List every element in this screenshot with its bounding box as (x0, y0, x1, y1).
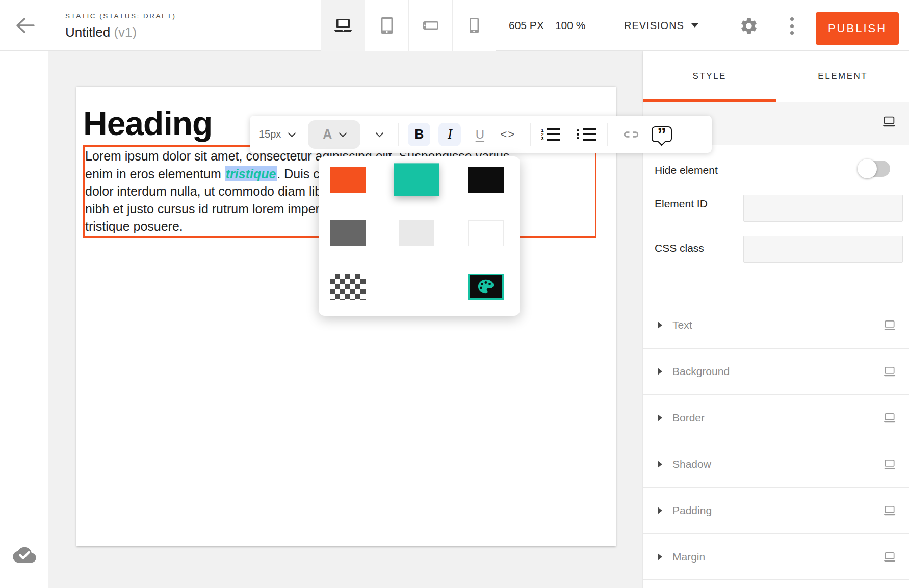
page-heading[interactable]: Heading (83, 102, 212, 145)
white-swatch[interactable] (468, 220, 504, 246)
laptop-icon (333, 18, 353, 33)
settings-button[interactable] (739, 16, 760, 37)
text-color-dropdown[interactable]: A (308, 120, 360, 149)
chevron-down-icon (288, 129, 296, 137)
panel-tabs: STYLE ELEMENT (643, 51, 909, 102)
kebab-icon (790, 17, 794, 21)
accordion-shadow[interactable]: Shadow (643, 441, 909, 487)
chevron-right-icon (658, 368, 662, 375)
underline-button[interactable]: U (472, 127, 487, 142)
accordion-padding[interactable]: Padding (643, 487, 909, 533)
caret-down-icon (691, 23, 698, 28)
device-preview-group (321, 0, 496, 51)
font-size-dropdown[interactable]: 15px (259, 128, 295, 140)
gear-icon (739, 16, 759, 36)
hide-element-toggle[interactable] (859, 161, 890, 177)
laptop-breakpoint-icon[interactable] (882, 116, 896, 129)
revisions-label: REVISIONS (624, 20, 684, 32)
black-swatch[interactable] (468, 167, 504, 193)
cloud-check-icon (13, 545, 36, 564)
bold-button[interactable]: B (408, 123, 430, 146)
revisions-dropdown[interactable]: REVISIONS (624, 0, 698, 51)
more-options-button[interactable] (789, 17, 794, 35)
phone-icon (469, 17, 479, 34)
code-button[interactable]: <> (497, 128, 519, 141)
text-color-label: A (323, 127, 332, 142)
phone-landscape-icon (423, 21, 439, 30)
chevron-right-icon (658, 553, 662, 560)
accordion-label: Border (672, 412, 705, 424)
ordered-list-icon: 123 (541, 128, 543, 141)
palette-icon (476, 278, 496, 296)
chevron-right-icon (658, 322, 662, 329)
toolbar-divider (398, 123, 399, 146)
device-tablet-button[interactable] (365, 0, 408, 51)
top-bar: STATIC (STATUS: DRAFT) Untitled (v1) 605… (0, 0, 909, 51)
laptop-breakpoint-icon[interactable] (883, 366, 896, 379)
element-id-label: Element ID (655, 198, 708, 210)
page-version: (v1) (114, 24, 137, 40)
accordion-margin[interactable]: Margin (643, 533, 909, 580)
tab-element[interactable]: ELEMENT (776, 51, 909, 102)
app: Heading Lorem ipsum dolor sit amet, cons… (0, 0, 909, 588)
header-divider (49, 5, 49, 46)
accordion-label: Padding (672, 504, 712, 517)
selected-word-highlight: tristique (225, 166, 277, 181)
custom-palette-swatch[interactable] (468, 274, 504, 300)
accordion-text[interactable]: Text (643, 302, 909, 348)
hide-element-label: Hide element (655, 164, 718, 176)
dark-gray-swatch[interactable] (330, 220, 366, 246)
accordion-background[interactable]: Background (643, 348, 909, 394)
toggle-knob (858, 159, 877, 178)
header-divider (726, 6, 726, 45)
quote-button[interactable]: ” (652, 126, 672, 142)
chevron-right-icon (658, 414, 662, 421)
left-toolbar-rail (0, 51, 48, 588)
tablet-icon (380, 17, 394, 34)
element-id-input[interactable] (743, 195, 903, 222)
laptop-breakpoint-icon[interactable] (883, 413, 896, 425)
link-button[interactable] (621, 130, 641, 139)
canvas-width-value: 605 PX (509, 19, 544, 32)
ordered-list-button[interactable]: 123 (541, 128, 560, 141)
paragraph-text: enim in eros elementum (85, 167, 225, 181)
device-phone-landscape-button[interactable] (408, 0, 452, 51)
page-title-text: Untitled (65, 24, 110, 40)
accordion-label: Margin (672, 551, 705, 563)
accordion-border[interactable]: Border (643, 394, 909, 441)
highlighted-word: tristique (226, 167, 276, 181)
laptop-breakpoint-icon[interactable] (883, 320, 896, 333)
orange-swatch[interactable] (330, 167, 366, 193)
publish-button[interactable]: PUBLISH (816, 12, 899, 45)
back-button[interactable] (13, 15, 36, 36)
rich-text-toolbar: 15px A B I U <> 123 ” (250, 116, 712, 153)
laptop-breakpoint-icon[interactable] (883, 505, 896, 518)
italic-button[interactable]: I (438, 123, 461, 146)
accordion-label: Shadow (672, 458, 711, 470)
light-gray-swatch[interactable] (399, 220, 434, 246)
toolbar-divider (530, 123, 531, 146)
transparent-checker-swatch[interactable] (330, 274, 366, 300)
teal-swatch[interactable] (394, 163, 439, 196)
chevron-right-icon (658, 507, 662, 514)
color-picker-popup (319, 156, 520, 316)
laptop-breakpoint-icon[interactable] (883, 459, 896, 472)
tab-style[interactable]: STYLE (643, 51, 776, 102)
css-class-label: CSS class (655, 242, 704, 254)
css-class-input[interactable] (743, 236, 903, 263)
font-size-value: 15px (259, 128, 281, 140)
device-desktop-button[interactable] (321, 0, 365, 51)
chevron-down-icon (339, 129, 347, 137)
laptop-breakpoint-icon[interactable] (883, 552, 896, 565)
highlight-color-dropdown[interactable] (372, 133, 387, 136)
toolbar-divider (607, 123, 608, 146)
quote-icon: ” (657, 127, 666, 143)
chevron-down-icon (376, 129, 384, 137)
bullet-list-button[interactable] (577, 128, 596, 141)
device-phone-button[interactable] (452, 0, 496, 51)
page-status-label: STATIC (STATUS: DRAFT) (65, 12, 176, 20)
chevron-right-icon (658, 461, 662, 468)
save-status-indicator (13, 545, 36, 564)
page-title: Untitled (v1) (65, 24, 137, 40)
accordion-label: Background (672, 365, 730, 378)
